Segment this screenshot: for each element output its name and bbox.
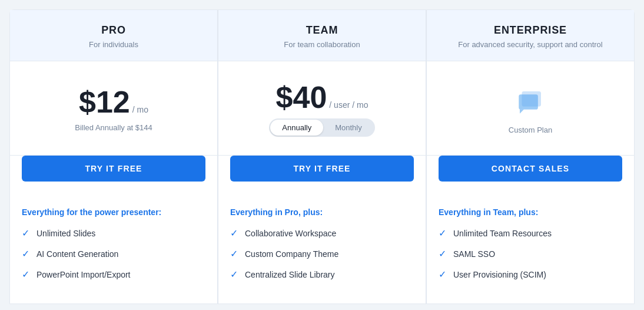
feature-label-enterprise-1: SAML SSO	[453, 249, 495, 259]
plan-card-team: TEAM For team collaboration $40 / user /…	[218, 9, 426, 304]
plan-header-team: TEAM For team collaboration	[218, 10, 426, 61]
plan-pricing-team: $40 / user / mo Annually Monthly	[218, 61, 426, 156]
feature-item-enterprise-1: ✓ SAML SSO	[439, 248, 622, 259]
pricing-grid: PRO For individuals $12 / mo Billed Annu…	[9, 9, 635, 304]
plan-name-enterprise: ENTERPRISE	[439, 24, 622, 37]
feature-item-team-1: ✓ Custom Company Theme	[230, 248, 414, 259]
feature-label-pro-1: AI Content Generation	[36, 249, 118, 259]
toggle-annually-button[interactable]: Annually	[270, 120, 323, 136]
feature-item-pro-1: ✓ AI Content Generation	[22, 248, 205, 259]
features-title-team: Everything in Pro, plus:	[230, 207, 414, 217]
toggle-monthly-button[interactable]: Monthly	[323, 120, 374, 136]
plan-header-pro: PRO For individuals	[10, 10, 217, 61]
custom-plan-label: Custom Plan	[509, 126, 552, 134]
check-icon-enterprise-2: ✓	[439, 269, 446, 280]
plan-tagline-enterprise: For advanced security, support and contr…	[439, 40, 622, 49]
try-free-button-team[interactable]: TRY IT FREE	[230, 156, 414, 182]
billing-toggle[interactable]: Annually Monthly	[269, 118, 374, 137]
svg-marker-2	[520, 110, 524, 114]
plan-card-enterprise: ENTERPRISE For advanced security, suppor…	[426, 9, 635, 304]
check-icon-team-2: ✓	[230, 269, 238, 280]
check-icon-pro-1: ✓	[22, 248, 29, 259]
feature-label-team-1: Custom Company Theme	[245, 249, 338, 259]
feature-label-enterprise-2: User Provisioning (SCIM)	[453, 270, 546, 279]
check-icon-enterprise-1: ✓	[439, 248, 446, 259]
price-unit-pro: / mo	[132, 105, 148, 114]
plan-pricing-enterprise: Custom Plan	[427, 61, 634, 156]
plan-name-team: TEAM	[230, 24, 414, 37]
check-icon-pro-0: ✓	[22, 227, 29, 239]
feature-item-team-0: ✓ Collaborative Workspace	[230, 227, 414, 239]
check-icon-pro-2: ✓	[22, 269, 29, 280]
feature-item-enterprise-0: ✓ Unlimited Team Resources	[439, 227, 622, 239]
feature-label-pro-2: PowerPoint Import/Export	[36, 270, 131, 279]
feature-label-team-2: Centralized Slide Library	[245, 270, 335, 279]
custom-plan-icon	[513, 84, 548, 120]
try-free-button-pro[interactable]: TRY IT FREE	[22, 156, 205, 182]
feature-label-pro-0: Unlimited Slides	[36, 229, 95, 238]
feature-item-team-2: ✓ Centralized Slide Library	[230, 269, 414, 280]
features-title-enterprise: Everything in Team, plus:	[439, 207, 622, 217]
plan-tagline-team: For team collaboration	[230, 40, 414, 49]
feature-item-pro-2: ✓ PowerPoint Import/Export	[22, 269, 205, 280]
svg-rect-1	[519, 94, 538, 110]
feature-label-team-0: Collaborative Workspace	[245, 229, 336, 238]
plan-features-pro: Everything for the power presenter: ✓ Un…	[10, 193, 217, 304]
feature-item-enterprise-2: ✓ User Provisioning (SCIM)	[439, 269, 622, 280]
feature-label-enterprise-0: Unlimited Team Resources	[453, 229, 552, 238]
check-icon-enterprise-0: ✓	[439, 227, 446, 239]
price-amount-pro: $12	[79, 87, 130, 117]
price-row-team: $40 / user / mo	[276, 82, 369, 113]
check-icon-team-1: ✓	[230, 248, 238, 259]
plan-name-pro: PRO	[22, 24, 205, 37]
price-amount-team: $40	[276, 82, 327, 113]
plan-header-enterprise: ENTERPRISE For advanced security, suppor…	[427, 10, 634, 61]
plan-tagline-pro: For individuals	[22, 40, 205, 49]
billed-note-pro: Billed Annually at $144	[75, 123, 152, 132]
plan-features-team: Everything in Pro, plus: ✓ Collaborative…	[218, 193, 426, 304]
plan-pricing-pro: $12 / mo Billed Annually at $144	[10, 61, 217, 156]
feature-item-pro-0: ✓ Unlimited Slides	[22, 227, 205, 239]
price-unit-team: / user / mo	[329, 100, 368, 110]
features-title-pro: Everything for the power presenter:	[22, 207, 205, 217]
contact-sales-button[interactable]: CONTACT SALES	[439, 156, 622, 182]
price-row-pro: $12 / mo	[79, 87, 148, 117]
plan-features-enterprise: Everything in Team, plus: ✓ Unlimited Te…	[427, 193, 634, 304]
check-icon-team-0: ✓	[230, 227, 238, 239]
plan-card-pro: PRO For individuals $12 / mo Billed Annu…	[9, 9, 218, 304]
